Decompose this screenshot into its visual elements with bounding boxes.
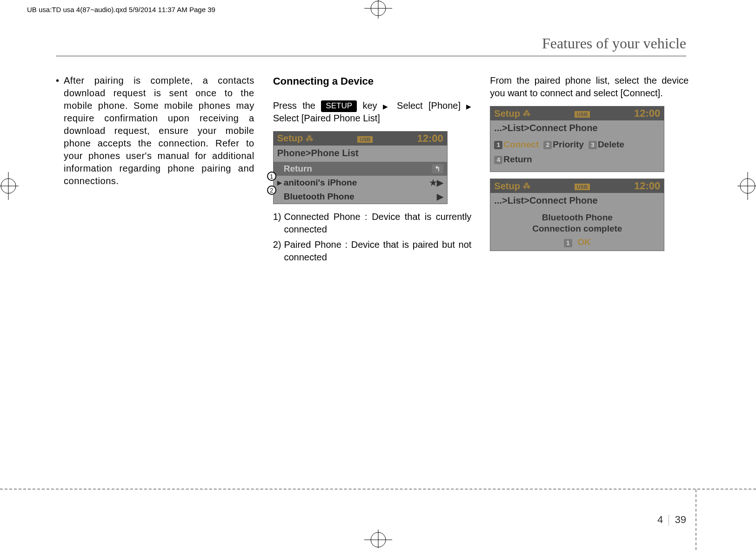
page-number-value: 39 <box>675 514 686 525</box>
option-connect: 1Connect <box>494 139 539 151</box>
option-number: 1 <box>494 141 502 149</box>
breadcrumb: ...>List>Connect Phone <box>490 120 664 137</box>
options-grid: 1Connect 2Priority 3Delete 4Return <box>490 137 664 172</box>
breadcrumb: ...>List>Connect Phone <box>490 193 664 209</box>
breadcrumb: Phone>Phone List <box>274 146 447 162</box>
column-1: • After pairing is complete, a contacts … <box>56 74 254 266</box>
phone-name: anitooni's iPhone <box>284 177 429 189</box>
bullet-item: • After pairing is complete, a contacts … <box>56 74 254 187</box>
phone-row-connected: ▸ anitooni's iPhone ★ ▶ <box>274 176 447 190</box>
screen-connection-complete: Setup ⁂ USB 12:00 ...>List>Connect Phone… <box>490 179 664 251</box>
heading-connecting-device: Connecting a Device <box>273 74 472 88</box>
section-title: Features of your vehicle <box>542 35 686 52</box>
play-indicator-icon: ▸ <box>277 177 284 189</box>
numbered-list: 1) Connected Phone : Device that is curr… <box>273 211 472 264</box>
ok-row: 1 OK <box>490 236 664 251</box>
right-triangle-icon: ▶ <box>383 103 391 110</box>
return-icon: ↰ <box>432 164 443 173</box>
option-label: Return <box>503 154 532 164</box>
chevron-right-icon: ▶ <box>437 191 443 202</box>
column-3: From the paired phone list, select the d… <box>490 74 689 266</box>
return-row: Return ↰ <box>274 162 447 176</box>
phone-name: Bluetooth Phone <box>284 191 437 203</box>
text: key <box>362 100 377 111</box>
bluetooth-icon: ⁂ <box>523 108 530 119</box>
bluetooth-icon: ⁂ <box>306 133 313 144</box>
return-label: Return <box>277 163 432 175</box>
option-number: 2 <box>543 141 552 149</box>
list-item: 1) Connected Phone : Device that is curr… <box>273 211 472 236</box>
bullet-marker: • <box>56 74 59 187</box>
screen-title: Setup <box>494 180 520 192</box>
option-label: Connect <box>503 139 539 149</box>
setup-key-badge: SETUP <box>321 100 357 112</box>
intro-text: From the paired phone list, select the d… <box>490 74 689 99</box>
clock: 12:00 <box>634 106 660 120</box>
option-number: 3 <box>589 141 597 149</box>
page-number: 4 39 <box>657 514 686 526</box>
list-item: 2) Paired Phone : Device that is paired … <box>273 239 472 264</box>
crop-mark-left <box>0 172 19 202</box>
chapter-number: 4 <box>657 514 663 525</box>
bullet-text: After pairing is complete, a contacts do… <box>64 74 254 187</box>
screen-topbar: Setup ⁂ USB 12:00 <box>490 106 664 120</box>
screen-connect-options: Setup ⁂ USB 12:00 ...>List>Connect Phone… <box>490 106 664 172</box>
screen-phone-list: Setup ⁂ USB 12:00 Phone>Phone List Retur… <box>273 131 448 204</box>
crop-mark-bottom <box>364 530 392 550</box>
column-2: Connecting a Device Press the SETUP key … <box>273 74 472 266</box>
list-number: 1) <box>273 211 281 236</box>
ok-label: OK <box>577 237 591 247</box>
usb-badge: USB <box>575 184 590 190</box>
usb-badge: USB <box>575 111 590 118</box>
crop-mark-top <box>364 0 392 20</box>
list-text: Connected Phone : Device that is current… <box>284 211 471 236</box>
phone-row-paired: Bluetooth Phone ▶ <box>274 190 447 204</box>
option-number: 4 <box>494 156 502 164</box>
option-priority: 2Priority <box>543 139 584 151</box>
option-return: 4Return <box>494 153 532 166</box>
text: Press the <box>273 100 315 111</box>
screen-topbar: Setup ⁂ USB 12:00 <box>490 179 664 193</box>
status-message: Bluetooth Phone Connection complete <box>490 209 664 236</box>
message-line-1: Bluetooth Phone <box>490 212 664 223</box>
content-columns: • After pairing is complete, a contacts … <box>56 74 689 266</box>
right-triangle-icon: ▶ <box>466 103 471 110</box>
instruction-line: Press the SETUP key ▶ Select [Phone] ▶ S… <box>273 99 472 125</box>
clock: 12:00 <box>634 179 660 193</box>
text: Select [Paired Phone List] <box>273 113 380 123</box>
message-line-2: Connection complete <box>490 223 664 234</box>
star-icon: ★ <box>429 177 437 188</box>
annotation-1: 1 <box>267 172 276 181</box>
print-header: UB usa:TD usa 4(87~audio).qxd 5/9/2014 1… <box>27 6 215 13</box>
screen-title: Setup <box>277 132 303 145</box>
option-label: Delete <box>598 139 624 149</box>
bluetooth-icon: ⁂ <box>523 181 530 191</box>
page-separator <box>669 515 669 525</box>
chevron-right-icon: ▶ <box>437 177 443 188</box>
usb-badge: USB <box>357 136 373 143</box>
option-label: Priority <box>553 139 584 149</box>
fold-line-vertical <box>696 490 696 550</box>
list-text: Paired Phone : Device that is paired but… <box>284 239 471 264</box>
fold-line-horizontal <box>0 489 756 490</box>
annotation-2: 2 <box>267 186 276 195</box>
list-number: 2) <box>273 239 281 264</box>
clock: 12:00 <box>417 132 443 146</box>
title-rule <box>56 56 686 56</box>
option-delete: 3Delete <box>589 139 624 151</box>
option-number: 1 <box>564 239 572 247</box>
crop-mark-right <box>737 172 756 202</box>
screen-title: Setup <box>494 107 520 120</box>
text: Select [Phone] <box>397 100 461 111</box>
screen-topbar: Setup ⁂ USB 12:00 <box>274 132 447 146</box>
